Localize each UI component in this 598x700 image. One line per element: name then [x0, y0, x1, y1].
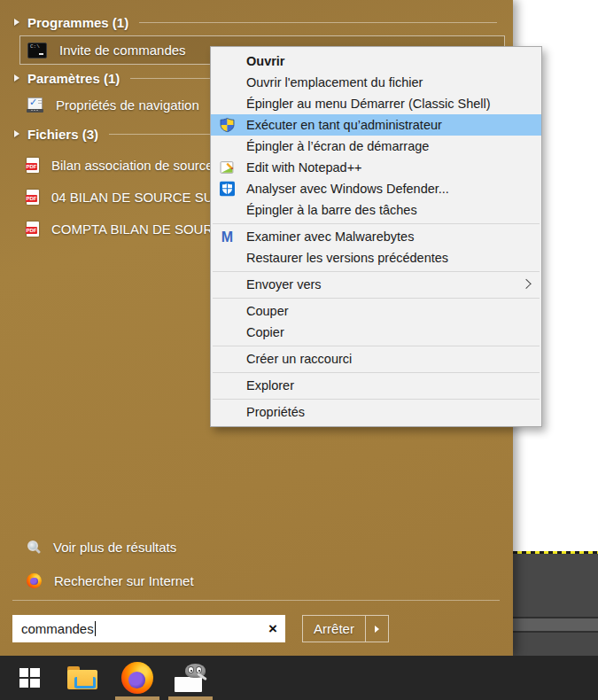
menu-separator — [213, 223, 540, 224]
menu-item-epingler-barre-taches[interactable]: Épingler à la barre des tâches — [211, 199, 541, 221]
section-header-programmes[interactable]: Programmes (1) — [14, 14, 499, 30]
command-prompt-icon: C:\ — [27, 43, 47, 58]
file-explorer-icon — [67, 665, 97, 690]
windows-start-icon — [19, 668, 40, 688]
collapse-triangle-icon — [14, 130, 19, 137]
pdf-file-icon: PDF — [27, 222, 39, 237]
search-input[interactable]: commandes × — [12, 615, 285, 642]
menu-item-ouvrir[interactable]: Ouvrir — [211, 51, 541, 72]
menu-item-analyser-defender[interactable]: Analyser avec Windows Defender... — [211, 178, 541, 199]
pdf-file-icon: PDF — [27, 158, 39, 173]
menu-item-epingler-ecran-demarrage[interactable]: Épingler à l’écran de démarrage — [211, 136, 541, 157]
menu-item-envoyer-vers[interactable]: Envoyer vers — [211, 274, 541, 295]
menu-separator — [213, 372, 540, 373]
result-label: COMPTA BILAN DE SOURC — [51, 222, 222, 237]
menu-item-ouvrir-emplacement[interactable]: Ouvrir l'emplacement du fichier — [211, 72, 541, 93]
menu-item-restaurer-versions[interactable]: Restaurer les versions précédentes — [211, 247, 541, 268]
menu-separator — [213, 399, 540, 400]
context-menu: Ouvrir Ouvrir l'emplacement du fichier É… — [210, 46, 542, 427]
menu-item-epingler-menu-demarrer[interactable]: Épingler au menu Démarrer (Classic Shell… — [211, 93, 541, 114]
footer-divider — [12, 600, 500, 601]
menu-item-executer-admin[interactable]: Exécuter en tant qu’administrateur — [211, 114, 541, 136]
running-indicator — [115, 696, 159, 700]
link-label: Voir plus de résultats — [53, 540, 176, 555]
menu-item-proprietes[interactable]: Propriétés — [211, 401, 541, 423]
collapse-triangle-icon — [14, 19, 19, 26]
taskbar — [0, 656, 598, 700]
notepad-plus-plus-icon — [220, 160, 235, 175]
dropdown-arrow-icon — [375, 626, 379, 633]
menu-separator — [213, 346, 540, 346]
menu-item-creer-raccourci[interactable]: Créer un raccourci — [211, 348, 541, 369]
taskbar-gimp-button[interactable] — [168, 656, 213, 700]
search-input-value: commandes — [21, 621, 94, 636]
submenu-chevron-icon — [521, 279, 531, 289]
header-rule — [139, 22, 497, 23]
menu-item-copier[interactable]: Copier — [211, 322, 541, 343]
gimp-statusbar-strip — [513, 618, 598, 631]
menu-separator — [213, 298, 540, 299]
result-label: Invite de commandes — [59, 43, 186, 58]
gimp-icon — [175, 663, 206, 693]
pdf-file-icon: PDF — [27, 190, 39, 205]
shutdown-split-button: Arrêter — [302, 615, 389, 642]
search-icon — [27, 540, 41, 554]
menu-item-explorer[interactable]: Explorer — [211, 375, 541, 396]
menu-separator — [213, 271, 540, 272]
windows-defender-icon — [220, 182, 235, 197]
navigation-properties-icon: ✓ — [27, 97, 43, 113]
result-label: Bilan association de source — [51, 158, 214, 173]
search-internet-link[interactable]: Rechercher sur Internet — [19, 569, 503, 592]
result-label: 04 BILAN DE SOURCE SUR — [51, 190, 222, 205]
gimp-window-lower-area — [513, 554, 598, 656]
menu-item-edit-notepadpp[interactable]: Edit with Notepad++ — [211, 157, 541, 178]
start-button[interactable] — [7, 656, 51, 700]
running-indicator — [168, 696, 213, 700]
text-caret — [95, 621, 96, 636]
collapse-triangle-icon — [14, 74, 19, 82]
taskbar-file-explorer-button[interactable] — [60, 656, 105, 700]
result-label: Propriétés de navigation — [56, 97, 199, 113]
link-label: Rechercher sur Internet — [54, 573, 194, 588]
uac-shield-icon — [220, 118, 235, 133]
shutdown-button[interactable]: Arrêter — [302, 615, 365, 642]
see-more-results-link[interactable]: Voir plus de résultats — [19, 535, 503, 558]
divider — [513, 631, 598, 633]
firefox-icon — [121, 662, 153, 694]
menu-item-examiner-malwarebytes[interactable]: M Examiner avec Malwarebytes — [211, 226, 541, 247]
taskbar-firefox-button[interactable] — [115, 656, 159, 700]
clear-search-button[interactable]: × — [268, 615, 277, 642]
malwarebytes-icon: M — [220, 229, 235, 245]
menu-item-couper[interactable]: Couper — [211, 300, 541, 322]
firefox-icon — [27, 573, 42, 588]
shutdown-options-button[interactable] — [365, 615, 389, 642]
screen: Programmes (1) C:\ Invite de commandes P… — [0, 0, 598, 700]
